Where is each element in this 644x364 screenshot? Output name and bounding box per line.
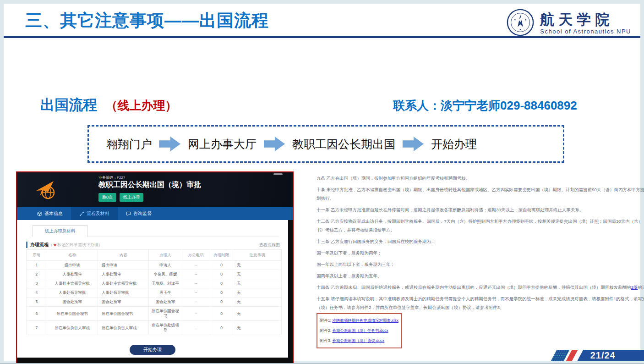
service-code: 业务编码：F227 [98, 175, 125, 180]
cube-icon [37, 211, 42, 216]
table-row: 6所在单位国合秘书所在单位国合秘书所在单位国合秘书-0无 [27, 307, 282, 321]
page-number-badge: 21/24 [554, 350, 644, 361]
contact-info: 联系人：淡宁宁老师029-88460892 [393, 98, 577, 114]
table-cell: 0 [210, 261, 233, 270]
scrollbar-thumb[interactable] [273, 173, 283, 175]
attachment-label: 附件3: [320, 338, 331, 343]
tab-process-materials[interactable]: 流程及材料 [71, 207, 118, 220]
table-cell: 0 [210, 321, 233, 335]
star-icon: ★ [53, 243, 57, 247]
table-cell: 提出申请 [98, 261, 148, 270]
notice-line: 国两年及以上者，服务期为五年。 [317, 273, 644, 279]
notice-line: 书》考核乙方，并将考核结果报给甲方。 [317, 227, 644, 233]
table-cell: 所在单位国合秘书 [47, 307, 98, 321]
portal-content: 线上办理及材料 办理流程 （ ★ 标记的环节需线下办理） 查看流程图 序号名称内… [17, 220, 293, 361]
table-cell: 4 [27, 288, 47, 298]
notice-line: （境）任务书，请参考附件2，并由所在单位签字盖章。长期公派出国（境）协议，请参考… [317, 305, 644, 310]
process-note: 标记的环节需线下办理） [57, 242, 103, 248]
school-logo: 航天学院 School of Astronautics NPU [506, 8, 631, 39]
table-row: 1提出申请提出申请申请人-0无 [27, 261, 282, 270]
table-cell: - [182, 288, 210, 298]
table-cell: 无 [233, 307, 282, 321]
table-row: 5国合处预审国合处预审国合处预审-0无 [27, 298, 282, 307]
table-cell: 无 [233, 321, 282, 335]
tab-label: 咨询监督 [133, 210, 152, 217]
portal-nav: 基本信息 流程及材料 咨询监督 [17, 207, 293, 220]
portal-screenshot: 业务编码：F227 教职工因公长期出国（境）审批 跑0次 线上办理 基本信息 [16, 171, 294, 364]
section-subtitle: 出国流程 [40, 97, 97, 113]
attachment-item: 附件2: 长期公派出国（境）任务书.docx [320, 328, 401, 334]
attachment-link-taskbook[interactable]: 长期公派出国（境）任务书.docx [332, 328, 388, 333]
subtab-online-materials[interactable]: 线上办理及材料 [33, 225, 87, 237]
table-cell: 国合处预审 [98, 298, 148, 307]
table-cell: 5 [27, 298, 47, 307]
table-cell: 人事处预审 [47, 270, 98, 279]
table-cell: 人事处主管领导审批 [98, 279, 148, 288]
tab-label: 基本信息 [44, 210, 63, 217]
flow-step-service: 教职工因公长期出国 [292, 137, 395, 152]
attachment-link-agreement[interactable]: 长期公派出国（境）协议.docx [332, 338, 384, 343]
table-cell: - [182, 321, 210, 335]
flow-icon [79, 211, 84, 216]
table-cell: - [182, 279, 210, 288]
badge-main: 21/24 [577, 350, 644, 361]
table-cell: 无 [233, 288, 282, 298]
table-cell: 0 [210, 307, 233, 321]
start-processing-button[interactable]: 开始办理 [130, 345, 175, 355]
table-cell: 所在单位国合秘书 [98, 307, 148, 321]
notice-line: 九条 乙方在出国（境）期间，按时参加甲方和丙方组织的年度考核和聘期考核。 [317, 176, 644, 181]
notice-line: 划执行。 [317, 196, 644, 201]
table-cell: 人事处预审 [98, 270, 148, 279]
flow-step-portal: 翱翔门户 [106, 137, 152, 152]
attachments-box: 附件1: 准聘教师聘期任务完成情况对照表.xlsx 附件2: 长期公派出国（境）… [317, 313, 402, 348]
chat-icon [126, 211, 131, 216]
slide: 三、其它注意事项——出国流程 航天学院 School of Astronauti… [0, 0, 644, 364]
table-cell: 唐玉生 [149, 288, 182, 298]
table-header-cell: 内容 [98, 250, 148, 261]
notice-line: 国一年及以下者，服务期为两年； [317, 250, 644, 256]
arrow-right-icon [403, 137, 424, 151]
flow-diagram: 翱翔门户 网上办事大厅 教职工因公长期出国 开始办理 [87, 125, 564, 163]
table-cell: 李俊凤、薛媛 [149, 270, 182, 279]
view-flowchart-link[interactable]: 查看流程图 [259, 242, 280, 248]
table-cell: 国合处预审 [149, 298, 182, 307]
tab-consult-supervise[interactable]: 咨询监督 [118, 207, 160, 220]
table-row: 2人事处预审人事处预审李俊凤、薛媛-0无 [27, 270, 282, 279]
process-note: （ [49, 242, 53, 248]
table-header-row: 序号名称内容办理人办公电话办理时限注意事项 [27, 250, 282, 261]
header-band: 三、其它注意事项——出国流程 航天学院 School of Astronauti… [4, 4, 640, 36]
table-cell: - [182, 270, 210, 279]
table-cell: 所在单位负责人审核 [47, 321, 98, 335]
table-header-cell: 办理人 [149, 250, 182, 261]
badge-zero-run: 跑0次 [98, 193, 116, 202]
table-header-cell: 办公电话 [182, 250, 210, 261]
clause14-text: 十四条 乙方逾期未归、回国后拒绝返校服务，或返校后在服务期内主动提出离职的，应退… [317, 285, 631, 290]
table-cell: - [182, 307, 210, 321]
table-cell: 0 [210, 279, 233, 288]
table-cell: 所在单位负责人审核 [98, 321, 148, 335]
notice-line: 十二条 乙方应按协议完成出访任务，按期回到学校服务。回国后，7天内（含）持护照到… [317, 219, 644, 224]
notice-line: 国一年以上两年以下者，服务期为三年； [317, 262, 644, 267]
clause14-link[interactable]: 2倍 [631, 285, 638, 290]
tab-basic-info[interactable]: 基本信息 [29, 207, 71, 220]
table-cell: 国合处预审 [47, 298, 98, 307]
school-seal-icon [506, 8, 535, 39]
table-cell: 所在单位处级领导 [149, 321, 182, 335]
table-cell: 无 [233, 298, 282, 307]
table-header-cell: 办理时限 [210, 250, 233, 261]
table-cell: 0 [210, 270, 233, 279]
slide-body: 出国流程 （线上办理） 联系人：淡宁宁老师029-88460892 翱翔门户 网… [4, 38, 640, 361]
table-cell: 0 [210, 298, 233, 307]
notice-line: 十五条 请仔细阅读本填写说明，其中准聘教师及博士后的聘期任务书需提交个人的聘期任… [317, 296, 644, 302]
logo-cn-text: 航天学院 [540, 12, 631, 27]
table-row: 7所在单位负责人审核所在单位负责人审核所在单位处级领导-0无 [27, 321, 282, 335]
attachment-label: 附件2: [320, 328, 331, 333]
page-number: 21/24 [580, 350, 616, 361]
attachment-link-xlsx[interactable]: 准聘教师聘期任务完成情况对照表.xlsx [332, 318, 398, 323]
table-cell: 7 [27, 321, 47, 335]
portal-header: 业务编码：F227 教职工因公长期出国（境）审批 跑0次 线上办理 [17, 172, 293, 207]
airplane-globe-icon [35, 178, 58, 203]
table-cell: 提出申请 [47, 261, 98, 270]
table-cell: - [182, 298, 210, 307]
arrow-right-icon [264, 137, 285, 151]
